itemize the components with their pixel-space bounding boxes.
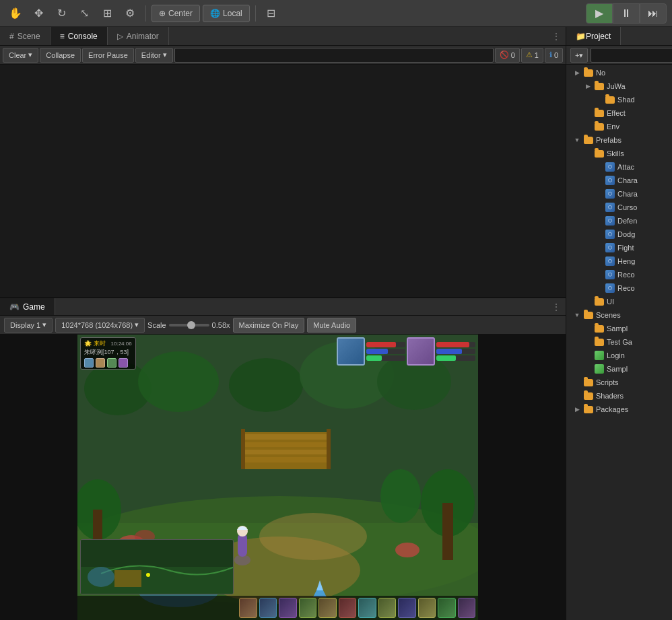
skill-icon-11[interactable]: [438, 598, 456, 618]
console-search-input[interactable]: [174, 48, 494, 63]
tree-item-curso[interactable]: ⬡ Curso: [566, 201, 672, 214]
add-asset-btn[interactable]: + ▾: [570, 48, 588, 63]
maximize-on-play-btn[interactable]: Maximize On Play: [233, 318, 305, 333]
console-area: [0, 65, 566, 297]
play-btn[interactable]: ▶: [586, 3, 613, 24]
move-tool-btn[interactable]: ✥: [28, 3, 48, 24]
tree-arrow-placeholder: [573, 392, 581, 400]
tree-item-label: Reco: [617, 271, 635, 279]
info-badge[interactable]: ℹ 0: [545, 48, 563, 63]
hud-mp-fill-1: [366, 349, 388, 354]
hud-hp-bar-2: [436, 342, 475, 347]
skill-icon-1[interactable]: [239, 598, 257, 618]
tree-item-test ga[interactable]: Test Ga: [566, 335, 672, 349]
tree-item-prefabs[interactable]: ▼ Prefabs: [566, 133, 672, 147]
collapse-btn[interactable]: Collapse: [40, 48, 81, 63]
skill-icon-10[interactable]: [418, 598, 436, 618]
rotate-tool-btn[interactable]: ↻: [51, 3, 71, 24]
error-icon: 🚫: [500, 50, 509, 59]
tree-item-sampl[interactable]: Sampl: [566, 362, 672, 376]
tree-arrow-placeholder: [595, 257, 603, 265]
tree-item-skills[interactable]: Skills: [566, 147, 672, 160]
skill-icon-9[interactable]: [398, 598, 416, 618]
skill-icon-6[interactable]: [339, 598, 357, 618]
game-tabs-more-btn[interactable]: ⋮: [547, 298, 566, 315]
scale-tool-btn[interactable]: ⤡: [74, 3, 94, 24]
editor-btn[interactable]: Editor ▾: [135, 48, 173, 63]
game-hud-top-right: [337, 337, 475, 366]
local-btn[interactable]: 🌐 Local: [203, 5, 250, 22]
tree-item-sampl[interactable]: Sampl: [566, 322, 672, 335]
folder-icon: [595, 298, 604, 306]
tree-item-reco[interactable]: ⬡ Reco: [566, 281, 672, 295]
tree-item-label: Defen: [617, 217, 637, 225]
tree-item-label: Fight: [617, 244, 634, 252]
tree-item-ui[interactable]: UI: [566, 295, 672, 308]
clear-btn[interactable]: Clear ▾: [3, 48, 38, 63]
warning-badge[interactable]: ⚠ 1: [521, 48, 543, 63]
prefab-icon: ⬡: [605, 162, 615, 172]
tree-arrow-placeholder: [584, 298, 592, 306]
tree-item-heng[interactable]: ⬡ Heng: [566, 254, 672, 268]
tree-item-chara[interactable]: ⬡ Chara: [566, 187, 672, 201]
error-badge[interactable]: 🚫 0: [495, 48, 520, 63]
rect-tool-btn[interactable]: ⊞: [97, 3, 117, 24]
tree-item-label: JuWa: [607, 82, 626, 90]
hand-tool-btn[interactable]: ✋: [5, 3, 26, 24]
project-search-input[interactable]: [591, 48, 672, 63]
skill-icon-2[interactable]: [259, 598, 277, 618]
folder-icon: [595, 339, 604, 346]
tree-item-scripts[interactable]: Scripts: [566, 376, 672, 389]
tree-item-label: Heng: [617, 257, 635, 265]
tree-item-juwa[interactable]: ▶ JuWa: [566, 79, 672, 93]
tab-animator[interactable]: ▷ Animator: [108, 27, 169, 45]
tab-console[interactable]: ≡ Console: [51, 27, 108, 45]
step-btn[interactable]: ⏭: [640, 3, 667, 24]
top-toolbar: ✋ ✥ ↻ ⤡ ⊞ ⚙ ⊕ Center 🌐 Local ⊟ ▶ ⏸ ⏭: [0, 0, 672, 27]
mute-audio-btn[interactable]: Mute Audio: [307, 318, 356, 333]
tree-item-chara[interactable]: ⬡ Chara: [566, 174, 672, 187]
tree-arrow-placeholder: [584, 338, 592, 346]
center-btn[interactable]: ⊕ Center: [152, 5, 200, 22]
tree-arrow-placeholder: [595, 244, 603, 252]
tree-item-no[interactable]: ▶ No: [566, 66, 672, 79]
skill-icon-4[interactable]: [299, 598, 317, 618]
layers-btn[interactable]: ⊟: [261, 3, 281, 24]
tree-item-effect[interactable]: Effect: [566, 106, 672, 120]
svg-point-34: [88, 567, 114, 587]
pause-btn[interactable]: ⏸: [613, 3, 640, 24]
scale-slider[interactable]: [169, 324, 209, 326]
tree-item-attac[interactable]: ⬡ Attac: [566, 160, 672, 174]
custom-tool-btn[interactable]: ⚙: [120, 3, 140, 24]
skill-icon-3[interactable]: [279, 598, 297, 618]
skill-icon-5[interactable]: [318, 598, 337, 618]
tree-item-shad[interactable]: Shad: [566, 93, 672, 106]
hud-icon-1: [84, 358, 94, 368]
tree-arrow-placeholder: [584, 123, 592, 131]
main-area: # Scene ≡ Console ▷ Animator ⋮ Clear ▾ C…: [0, 27, 672, 620]
tree-item-env[interactable]: Env: [566, 120, 672, 133]
game-tab-bar: 🎮 Game ⋮: [0, 297, 566, 316]
svg-rect-15: [241, 429, 245, 469]
skill-icon-8[interactable]: [378, 598, 397, 618]
tree-item-defen[interactable]: ⬡ Defen: [566, 214, 672, 228]
tab-scene[interactable]: # Scene: [0, 27, 51, 45]
tree-item-packages[interactable]: ▶ Packages: [566, 403, 672, 416]
tree-item-reco[interactable]: ⬡ Reco: [566, 268, 672, 281]
tree-item-shaders[interactable]: Shaders: [566, 389, 672, 403]
tab-project[interactable]: 📁 Project: [566, 27, 621, 45]
tab-game[interactable]: 🎮 Game: [0, 298, 55, 315]
tree-item-fight[interactable]: ⬡ Fight: [566, 241, 672, 254]
hud-icon-4: [119, 358, 128, 368]
minimap-svg: [81, 540, 234, 594]
skill-icon-7[interactable]: [358, 598, 376, 618]
tree-item-dodg[interactable]: ⬡ Dodg: [566, 228, 672, 241]
resolution-btn[interactable]: 1024*768 (1024x768) ▾: [55, 318, 145, 333]
hud-char-1: [337, 337, 405, 366]
tree-item-login[interactable]: Login: [566, 349, 672, 362]
tree-item-scenes[interactable]: ▼ Scenes: [566, 308, 672, 322]
error-pause-btn[interactable]: Error Pause: [82, 48, 134, 63]
tabs-more-btn[interactable]: ⋮: [547, 27, 566, 45]
display-btn[interactable]: Display 1 ▾: [4, 318, 53, 333]
skill-icon-12[interactable]: [458, 598, 476, 618]
